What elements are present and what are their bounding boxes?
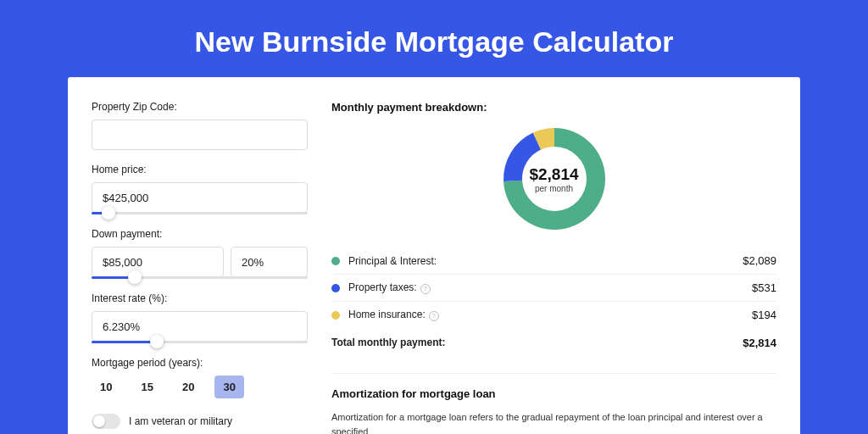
period-label: Mortgage period (years):: [92, 357, 308, 369]
period-option-15[interactable]: 15: [132, 376, 161, 398]
legend-dot: [331, 311, 340, 320]
period-option-30[interactable]: 30: [214, 376, 243, 398]
down-payment-percent-input[interactable]: [231, 247, 308, 277]
legend-value: $531: [752, 281, 776, 294]
interest-rate-slider[interactable]: [92, 341, 308, 343]
zip-label: Property Zip Code:: [92, 101, 308, 113]
breakdown-column: Monthly payment breakdown: $2,814 per mo…: [331, 101, 776, 434]
legend-dot: [331, 284, 340, 292]
inputs-column: Property Zip Code: Home price: Down paym…: [92, 101, 308, 434]
interest-rate-label: Interest rate (%):: [92, 292, 308, 304]
legend-row: Property taxes:?$531: [331, 275, 776, 302]
legend-value: $2,089: [743, 254, 776, 267]
slider-thumb[interactable]: [102, 206, 115, 220]
legend-label: Principal & Interest:: [348, 255, 743, 267]
home-price-label: Home price:: [92, 164, 308, 175]
toggle-knob: [93, 415, 105, 427]
home-price-input[interactable]: [92, 182, 308, 213]
calculator-card: Property Zip Code: Home price: Down paym…: [68, 77, 800, 434]
total-value: $2,814: [743, 337, 776, 349]
slider-thumb[interactable]: [128, 270, 142, 284]
interest-rate-input[interactable]: [92, 311, 308, 342]
amortization-title: Amortization for mortgage loan: [331, 387, 776, 400]
legend-value: $194: [752, 309, 776, 321]
legend-label: Property taxes:?: [348, 281, 752, 294]
donut-center-value: $2,814: [529, 165, 578, 184]
home-price-slider[interactable]: [92, 212, 308, 214]
veteran-label: I am veteran or military: [129, 415, 232, 427]
period-options: 10152030: [92, 376, 308, 398]
amortization-text: Amortization for a mortgage loan refers …: [331, 410, 776, 434]
legend-dot: [331, 257, 340, 265]
down-payment-input[interactable]: [92, 247, 224, 277]
page-title: New Burnside Mortgage Calculator: [68, 25, 800, 58]
zip-input[interactable]: [92, 120, 308, 150]
period-option-20[interactable]: 20: [174, 376, 203, 398]
veteran-toggle[interactable]: [92, 414, 120, 429]
amortization-section: Amortization for mortgage loan Amortizat…: [331, 387, 776, 434]
down-payment-label: Down payment:: [92, 228, 308, 240]
slider-thumb[interactable]: [150, 335, 164, 348]
total-label: Total monthly payment:: [331, 337, 743, 349]
period-option-10[interactable]: 10: [92, 376, 120, 398]
legend-row: Principal & Interest:$2,089: [331, 248, 776, 275]
info-icon[interactable]: ?: [429, 311, 439, 321]
breakdown-title: Monthly payment breakdown:: [331, 101, 776, 114]
legend-row: Home insurance:?$194: [331, 302, 776, 328]
info-icon[interactable]: ?: [420, 284, 431, 294]
donut-center-sub: per month: [535, 184, 573, 193]
legend-label: Home insurance:?: [348, 309, 752, 321]
payment-donut-chart: $2,814 per month: [501, 125, 608, 232]
down-payment-slider[interactable]: [92, 276, 308, 279]
